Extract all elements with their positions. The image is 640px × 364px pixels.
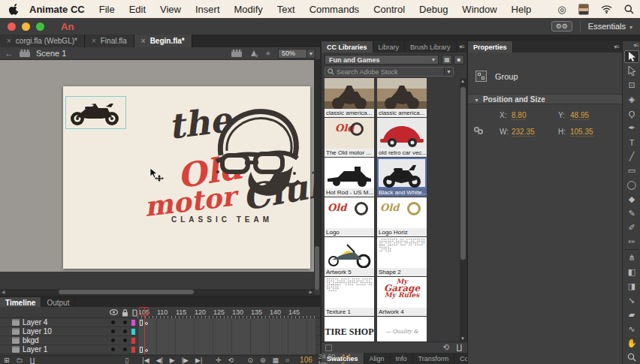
scroll-right-arrow[interactable]: ▶ [309,289,312,295]
new-folder-button[interactable]: 🗀 [17,356,23,364]
scene-name[interactable]: Scene 1 [36,49,66,58]
tab-align[interactable]: Align [364,353,391,364]
layer-frames[interactable] [137,336,315,345]
library-item-selected[interactable]: Black and White... [377,158,427,197]
pen-tool[interactable]: ✒ [624,122,639,134]
free-transform-tool[interactable]: ⊡ [624,79,639,92]
outline-all-icon[interactable] [132,309,137,317]
subselection-tool[interactable] [624,65,639,77]
menu-file[interactable]: File [99,4,115,15]
polystar-tool[interactable]: ◆ [624,193,639,206]
text-tool[interactable]: T [624,136,639,149]
menu-help[interactable]: Help [512,4,532,15]
lock-dot[interactable] [123,338,127,342]
x-value[interactable]: 8.80 [512,111,526,120]
library-item[interactable]: TIRE SHOP TIRE SHOP [325,317,374,341]
library-item[interactable]: classic america... [377,78,427,117]
outline-toggle-icon[interactable]: ▯ [125,356,128,364]
zoom-tool[interactable] [624,350,639,363]
library-item[interactable]: Old Logo [325,197,374,236]
tab-cc-libraries[interactable]: CC Libraries [322,41,373,53]
line-tool[interactable]: ╱ [624,150,639,163]
library-item[interactable]: — Quality & Safety — Quality & Safety [377,317,427,341]
library-item[interactable]: Old Logo Horiz [377,197,427,236]
onion-skin-icon[interactable]: ⊙ [247,356,253,364]
edit-multiple-frames-icon[interactable]: ▦ [272,356,279,364]
layer-row[interactable]: Layer 1 [0,345,320,354]
tab-begin-fla[interactable]: ×Begin.fla* [134,35,192,47]
step-back-button[interactable]: ◀| [156,356,163,364]
library-item[interactable]: Old The Old motor ... [325,118,374,157]
tab-info[interactable]: Info [391,353,413,364]
library-scrollbar[interactable]: ▲ ▼ [460,78,466,341]
settings-gears-button[interactable]: ⚙⚙ [551,21,572,32]
zoom-window-button[interactable] [36,23,44,31]
menu-edit[interactable]: Edit [129,4,146,15]
library-item[interactable]: old retro car vec... [377,118,427,157]
brush-tool[interactable]: ✐ [624,221,639,234]
modify-markers-icon[interactable]: ⌗ [285,356,289,364]
display-mirroring-icon[interactable]: ◎ [557,4,566,15]
layer-name[interactable]: bkgd [23,336,39,345]
edit-symbols-icon[interactable] [249,50,258,58]
stage[interactable]: the Old motor Club CLASSIC TEAM [63,86,310,269]
play-button[interactable]: ▶ [170,356,175,364]
stage-viewport[interactable]: the Old motor Club CLASSIC TEAM [0,60,320,295]
ink-bottle-tool[interactable]: ◨ [624,280,639,293]
scrollbar-thumb[interactable] [460,87,466,260]
library-item[interactable]: Artwork 5 [325,237,374,276]
scroll-up-arrow[interactable]: ▲ [460,79,465,83]
lock-dot[interactable] [123,329,127,333]
scroll-left-arrow[interactable]: ◀ [2,289,5,295]
layer-row[interactable]: Layer 10 [0,327,320,336]
panel-menu-icon[interactable]: ▾≡ [614,44,619,50]
lock-dot[interactable] [123,320,127,324]
elapsed-time-value[interactable]: 4.4 s [341,353,351,364]
step-forward-button[interactable]: |▶ [182,356,189,364]
lasso-tool[interactable]: Ϙ [624,107,639,120]
delete-layer-button[interactable]: ∐ [30,356,35,364]
w-value[interactable]: 232.35 [512,128,535,137]
menu-window[interactable]: Window [462,4,497,15]
go-to-first-frame-button[interactable]: |◀ [142,356,149,364]
visibility-dot[interactable] [111,338,115,342]
library-item[interactable]: ⢿⣻⣽⡾⢯⣷⡿⣟⣾⡽⣯⢷⣻⡿ Texture 1 [325,277,374,316]
paint-brush-tool[interactable]: ✏ [624,236,639,248]
rectangle-tool[interactable]: ▭ [624,164,639,177]
edit-scene-icon[interactable] [231,50,242,57]
library-item[interactable]: Hot Rod - US M... [325,158,374,197]
visibility-dot[interactable] [111,329,115,333]
tab-library[interactable]: Library [373,41,406,53]
tab-corgi-fla[interactable]: ×corgi.fla (WebGL)* [0,35,85,47]
library-collection-select[interactable]: Fun and Games ▼ [325,55,439,65]
menu-commands[interactable]: Commands [309,4,359,15]
canvas-horizontal-scrollbar[interactable]: ◀ ▶ [0,289,314,295]
gradient-transform-tool[interactable]: ◈ [624,93,639,106]
lock-all-icon[interactable] [122,309,128,317]
layer-name[interactable]: Layer 4 [23,318,47,327]
close-window-button[interactable] [8,23,16,31]
layer-frames[interactable] [137,327,315,336]
loop-icon[interactable]: ⟲ [228,356,234,364]
show-hide-all-icon[interactable] [110,309,118,315]
scrollbar-thumb[interactable] [315,246,319,290]
library-item[interactable]: ⣾⡻⢿⣫⡷⣟⡾⣽⢯⣟⡿⣻⢷⣯ Shape 2 [377,237,427,276]
menu-control[interactable]: Control [373,4,405,15]
center-stage-icon[interactable]: ⌖ [266,49,270,59]
minimize-window-button[interactable] [22,23,30,31]
panel-menu-icon[interactable]: ▾≡ [459,44,464,50]
footer-checkbox[interactable] [325,344,332,351]
marker-icon[interactable]: ✛ [216,356,222,364]
asset-warp-tool[interactable]: ∿ [624,323,639,335]
close-icon[interactable]: × [141,37,146,45]
visibility-dot[interactable] [111,320,115,324]
workspace-switcher[interactable]: Essentials▾ [588,22,632,31]
menu-debug[interactable]: Debug [419,4,448,15]
go-to-last-frame-button[interactable]: ▶| [195,356,202,364]
trash-icon[interactable]: ∐ [456,343,462,351]
paint-bucket-tool[interactable]: ◧ [624,266,639,278]
visibility-dot[interactable] [111,347,115,351]
adobe-stock-search-input[interactable]: Search Adobe Stock ▼ [325,67,454,77]
position-size-section-header[interactable]: ▼Position and Size [468,94,622,104]
scrollbar-thumb[interactable] [59,290,194,294]
